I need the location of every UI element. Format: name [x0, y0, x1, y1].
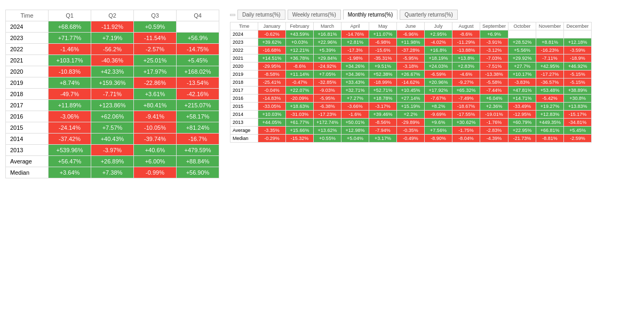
average-label: Average [6, 156, 49, 167]
monthly-tab[interactable]: Quarterly returns(%) [400, 10, 458, 20]
monthly-cell: -14.62% [397, 79, 425, 87]
table-row: 2014-37.42%+40.43%-39.74%-16.7% [6, 134, 219, 145]
monthly-cell: +7.27% [341, 95, 369, 103]
table-row: 2019+8.74%+159.36%-22.86%-13.54% [6, 77, 219, 89]
year-cell: 2015 [6, 122, 49, 134]
monthly-cell: -12.95% [508, 111, 536, 119]
monthly-cell: +2.81% [341, 38, 369, 46]
table-row: 2017-0.04%+22.07%-9.03%+32.71%+52.71%+10… [230, 87, 592, 95]
quarterly-cell: +103.17% [49, 55, 91, 66]
monthly-col-header: March [314, 22, 341, 30]
monthly-cell: +7.56% [425, 127, 452, 135]
year-cell: 2019 [6, 77, 49, 89]
table-row: 2024-0.62%+43.59%+16.81%-14.76%+11.07%-6… [230, 30, 592, 38]
monthly-cell: +61.77% [286, 119, 314, 127]
quarterly-cell: -37.42% [49, 134, 91, 145]
monthly-cell: -6.59% [425, 71, 452, 79]
monthly-cell: +32.71% [341, 87, 369, 95]
year-cell: 2014 [6, 134, 49, 145]
monthly-tab[interactable]: Daily returns(%) [237, 10, 285, 20]
year-cell: 2016 [230, 95, 258, 103]
monthly-cell: -5.15% [564, 79, 592, 87]
monthly-cell: +11.98% [397, 38, 425, 46]
monthly-cell: +16.8% [425, 46, 452, 54]
btc-badge[interactable] [230, 14, 235, 16]
table-row: 2020-29.95%-8.6%-24.92%+34.26%+9.51%-3.1… [230, 62, 592, 71]
quarterly-cell: -22.86% [134, 77, 177, 89]
monthly-col-header: May [369, 22, 397, 30]
monthly-cell: +172.74% [314, 119, 341, 127]
monthly-cell: -4.39% [480, 135, 508, 143]
year-cell: 2014 [230, 111, 258, 119]
table-row: 2015-24.14%+7.57%-10.05%+81.24% [6, 122, 219, 134]
monthly-cell: -16.68% [258, 46, 286, 54]
quarterly-cell: +539.96% [49, 145, 91, 156]
quarterly-col-header: Q1 [49, 10, 91, 21]
quarterly-cell: -3.97% [91, 145, 134, 156]
monthly-cell: +60.79% [508, 119, 536, 127]
monthly-cell: +30.62% [452, 119, 480, 127]
monthly-cell: +2.83% [452, 62, 480, 71]
monthly-cell: -0.35% [397, 127, 425, 135]
table-row: 2019-8.58%+11.14%+7.05%+34.36%+52.38%+26… [230, 71, 592, 79]
year-cell: 2013 [230, 119, 258, 127]
monthly-cell: +2.2% [397, 111, 425, 119]
monthly-cell: +36.78% [286, 54, 314, 62]
monthly-cell: -5.95% [314, 95, 341, 103]
monthly-cell [536, 30, 564, 38]
average-cell: +26.89% [91, 156, 134, 167]
year-cell: 2013 [6, 145, 49, 156]
year-cell: 2016 [6, 111, 49, 122]
monthly-cell: -15.32% [286, 135, 314, 143]
quarterly-cell: +0.59% [134, 21, 177, 33]
monthly-cell: +29.92% [508, 54, 536, 62]
monthly-cell: +44.05% [258, 119, 286, 127]
year-cell: 2022 [230, 46, 258, 54]
monthly-cell: +18.63% [286, 103, 314, 111]
quarterly-cell: -2.57% [134, 44, 177, 55]
quarterly-cell: +42.33% [91, 66, 134, 77]
monthly-cell: +50.01% [341, 119, 369, 127]
monthly-cell: +14.51% [258, 54, 286, 62]
monthly-cell: +27.7% [508, 62, 536, 71]
monthly-tab[interactable]: Weekly returns(%) [288, 10, 341, 20]
monthly-cell: -15.6% [369, 46, 397, 54]
quarterly-cell: -7.71% [91, 89, 134, 100]
year-cell: 2015 [230, 103, 258, 111]
table-row: 2016-14.83%-20.09%-5.95%+7.27%+18.78%+27… [230, 95, 592, 103]
year-cell: 2021 [6, 55, 49, 66]
monthly-cell: -3.35% [258, 127, 286, 135]
quarterly-cell: -24.14% [49, 122, 91, 134]
monthly-cell: -7.94% [369, 127, 397, 135]
monthly-cell: -33.49% [508, 103, 536, 111]
monthly-cell: -1.6% [341, 111, 369, 119]
median-cell: -0.99% [134, 167, 177, 178]
monthly-cell: +15.19% [397, 103, 425, 111]
monthly-cell: -18.9% [564, 54, 592, 62]
year-cell: 2017 [6, 100, 49, 111]
monthly-cell: -14.76% [341, 30, 369, 38]
monthly-cell: +18.19% [425, 54, 452, 62]
quarterly-cell: +168.02% [177, 66, 219, 77]
quarterly-cell: +7.57% [91, 122, 134, 134]
quarterly-cell: +68.68% [49, 21, 91, 33]
monthly-cell: +7.05% [314, 71, 341, 79]
monthly-cell: +16.81% [314, 30, 341, 38]
monthly-cell: +28.52% [508, 38, 536, 46]
quarterly-cell: +11.89% [49, 100, 91, 111]
monthly-cell: +10.03% [258, 111, 286, 119]
monthly-body: 2024-0.62%+43.59%+16.81%-14.76%+11.07%-6… [230, 30, 592, 143]
monthly-cell: +34.36% [341, 71, 369, 79]
table-row: 2021+14.51%+36.78%+29.84%-1.98%-35.31%-5… [230, 54, 592, 62]
monthly-cell: -20.09% [286, 95, 314, 103]
quarterly-cell: -13.54% [177, 77, 219, 89]
average-cell: +88.84% [177, 156, 219, 167]
quarterly-col-header: Q2 [91, 10, 134, 21]
monthly-tab[interactable]: Monthly returns(%) [343, 10, 397, 20]
monthly-cell: +27.14% [397, 95, 425, 103]
monthly-cell: -37.28% [397, 46, 425, 54]
monthly-cell: +6.04% [480, 95, 508, 103]
table-row: 2013+44.05%+61.77%+172.74%+50.01%-8.56%-… [230, 119, 592, 127]
monthly-cell: -2.83% [480, 127, 508, 135]
quarterly-cell: +58.17% [177, 111, 219, 122]
